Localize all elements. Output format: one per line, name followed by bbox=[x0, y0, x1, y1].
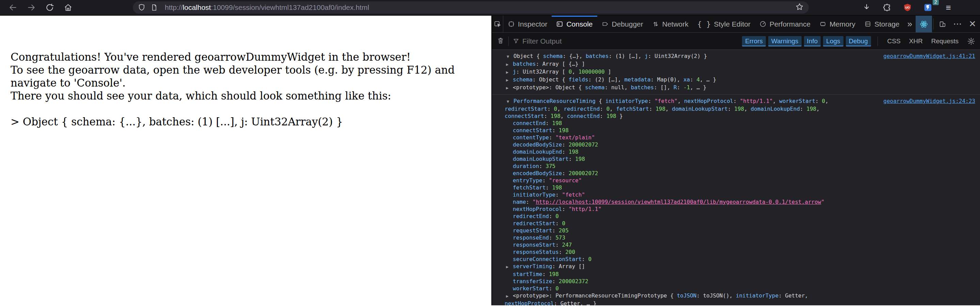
console-row: ▶serverTiming: Array [] bbox=[504, 263, 859, 271]
tab-inspector[interactable]: Inspector bbox=[503, 16, 552, 32]
console-log-entry: ▼Object { schema: {…}, batches: (1) […],… bbox=[492, 50, 980, 95]
tab-performance[interactable]: Performance bbox=[755, 16, 815, 32]
expand-toggle-icon[interactable]: ▶ bbox=[506, 84, 513, 92]
expand-toggle-icon[interactable]: ▶ bbox=[506, 263, 513, 271]
console-row: fetchStart: 198 bbox=[504, 184, 859, 191]
tab-debugger[interactable]: Debugger bbox=[597, 16, 648, 32]
console-row: duration: 375 bbox=[504, 163, 859, 170]
console-row: redirectEnd: 0 bbox=[504, 213, 859, 220]
filter-info[interactable]: Info bbox=[804, 36, 821, 46]
console-row: domainLookupEnd: 198 bbox=[504, 148, 859, 155]
back-button[interactable] bbox=[5, 2, 21, 14]
bookmark-star-button[interactable] bbox=[795, 2, 804, 13]
console-settings-button[interactable] bbox=[967, 37, 975, 45]
filter-css[interactable]: CSS bbox=[884, 36, 904, 46]
console-row: initiatorType: "fetch" bbox=[504, 191, 859, 198]
console-row: workerStart: 0 bbox=[504, 285, 859, 292]
filter-warnings[interactable]: Warnings bbox=[768, 36, 802, 46]
console-row: contentType: "text/plain" bbox=[504, 134, 859, 141]
filter-chips: Errors Warnings Info Logs Debug CSS XHR … bbox=[742, 36, 962, 46]
console-row: ▶<prototype>: PerformanceResourceTimingP… bbox=[504, 292, 859, 305]
expand-toggle-icon[interactable]: ▶ bbox=[506, 293, 513, 300]
tab-console[interactable]: Console bbox=[552, 16, 597, 32]
console-row: ▶schema: Object { fields: (2) […], metad… bbox=[504, 76, 859, 84]
expand-toggle-icon[interactable]: ▼ bbox=[507, 53, 514, 60]
blue-extension-button[interactable]: 2 bbox=[920, 2, 935, 14]
console-row: startTime: 198 bbox=[504, 271, 859, 278]
divider bbox=[933, 18, 934, 30]
console-row: ▶batches: Array [ {…} ] bbox=[504, 60, 859, 68]
memory-icon bbox=[819, 21, 826, 28]
inspector-icon bbox=[508, 21, 515, 28]
nav-buttons bbox=[5, 2, 76, 14]
page-line: To see the geoarrow data, open the web d… bbox=[11, 64, 485, 89]
shield-icon[interactable] bbox=[138, 3, 146, 11]
star-icon bbox=[795, 2, 804, 11]
console-row: nextHopProtocol: "http/1.1" bbox=[504, 206, 859, 213]
expand-toggle-icon[interactable]: ▶ bbox=[506, 69, 513, 76]
url-scheme: http:// bbox=[165, 3, 183, 11]
page-sample-output: > Object { schema: {...}, batches: (1) [… bbox=[11, 115, 485, 128]
react-icon bbox=[920, 20, 928, 29]
extensions-button[interactable] bbox=[880, 2, 894, 14]
expand-toggle-icon[interactable]: ▶ bbox=[506, 61, 513, 68]
filter-errors[interactable]: Errors bbox=[742, 36, 766, 46]
app-menu-button[interactable]: ≡ bbox=[941, 2, 956, 14]
source-location-link[interactable]: geoarrowDummyWidget.js:24:23 bbox=[883, 97, 975, 105]
menu-icon: ≡ bbox=[946, 3, 951, 12]
forward-button[interactable] bbox=[24, 2, 39, 14]
pick-element-button[interactable] bbox=[492, 16, 503, 32]
console-row: requestStart: 205 bbox=[504, 227, 859, 234]
window-content: Congratulations! You've rendered geoarro… bbox=[0, 16, 980, 305]
page-line: Congratulations! You've rendered geoarro… bbox=[11, 51, 485, 64]
gear-icon bbox=[967, 37, 975, 45]
tab-network[interactable]: Network bbox=[648, 16, 693, 32]
console-icon bbox=[556, 21, 563, 28]
page-info-icon[interactable] bbox=[151, 4, 158, 11]
debugger-icon bbox=[602, 21, 609, 28]
react-devtools-button[interactable] bbox=[916, 16, 932, 32]
devtools-close-button[interactable]: ✕ bbox=[965, 16, 980, 32]
console-log-entry: ▼PerformanceResourceTiming { initiatorTy… bbox=[492, 95, 980, 305]
devtools-tabbar: Inspector Console Debugger Network { } S… bbox=[492, 16, 980, 33]
console-row: decodedBodySize: 200002072 bbox=[504, 141, 859, 148]
filter-logs[interactable]: Logs bbox=[823, 36, 843, 46]
url-host: localhost bbox=[183, 3, 211, 11]
reload-button[interactable] bbox=[42, 2, 57, 14]
ublock-extension-button[interactable]: UO bbox=[900, 2, 915, 14]
responsive-mode-button[interactable] bbox=[935, 16, 950, 32]
tab-storage[interactable]: Storage bbox=[860, 16, 904, 32]
tab-style-editor[interactable]: { } Style Editor bbox=[693, 16, 755, 32]
toolbar-right: UO 2 ≡ bbox=[859, 2, 956, 14]
network-icon bbox=[652, 21, 659, 28]
console-row: secureConnectionStart: 0 bbox=[504, 255, 859, 263]
resource-url-link[interactable]: http://localhost:10099/session/viewhtml1… bbox=[536, 199, 821, 205]
reload-icon bbox=[45, 3, 54, 12]
console-row: ▶j: Uint32Array [ 0, 10000000 ] bbox=[504, 68, 859, 76]
console-row: name: "http://localhost:10099/session/vi… bbox=[504, 198, 859, 206]
console-row: connectStart: 198 bbox=[504, 127, 859, 134]
filter-requests[interactable]: Requests bbox=[928, 36, 962, 46]
filter-input[interactable]: Filter Output bbox=[522, 37, 562, 45]
url-text[interactable]: http://localhost:10099/session/viewhtml1… bbox=[165, 3, 369, 11]
filter-debug[interactable]: Debug bbox=[846, 36, 871, 46]
trash-icon bbox=[497, 37, 504, 44]
source-location-link[interactable]: geoarrowDummyWidget.js:41:21 bbox=[883, 53, 975, 60]
tab-memory[interactable]: Memory bbox=[815, 16, 860, 32]
devtools-options-button[interactable]: ⋯ bbox=[950, 16, 965, 32]
filter-xhr[interactable]: XHR bbox=[906, 36, 926, 46]
close-icon: ✕ bbox=[969, 19, 976, 29]
console-row: connectEnd: 198 bbox=[504, 120, 859, 127]
braces-icon: { } bbox=[697, 20, 711, 28]
expand-toggle-icon[interactable]: ▼ bbox=[507, 98, 514, 105]
expand-toggle-icon[interactable]: ▶ bbox=[506, 76, 513, 84]
url-bar[interactable]: http://localhost:10099/session/viewhtml1… bbox=[133, 2, 809, 14]
devtools-panel: Inspector Console Debugger Network { } S… bbox=[492, 16, 980, 305]
downloads-button[interactable] bbox=[859, 2, 874, 14]
clear-console-button[interactable] bbox=[497, 37, 504, 46]
console-row: domainLookupStart: 198 bbox=[504, 155, 859, 163]
console-output: ▼Object { schema: {…}, batches: (1) […],… bbox=[492, 50, 980, 305]
home-button[interactable] bbox=[60, 2, 76, 14]
pick-element-icon bbox=[494, 21, 501, 28]
more-tabs-button[interactable]: » bbox=[904, 16, 916, 32]
